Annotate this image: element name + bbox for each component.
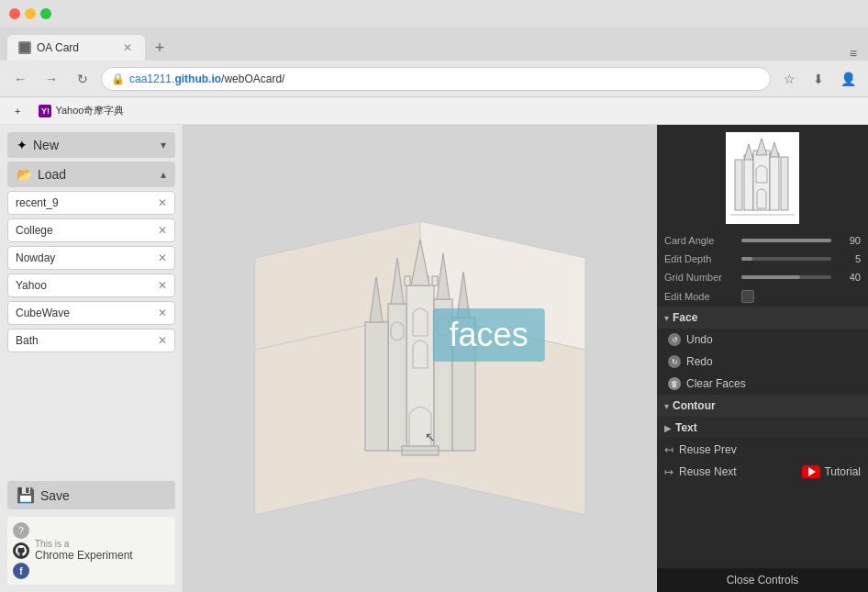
save-label: Save xyxy=(40,488,70,503)
help-icon[interactable]: ? xyxy=(13,522,29,539)
saved-item-name: Nowday xyxy=(16,251,154,264)
tab-options-icon[interactable]: ≡ xyxy=(850,46,857,61)
card-svg: ↖ xyxy=(246,166,595,552)
add-icon: + xyxy=(15,106,20,117)
text-section-title: Text xyxy=(675,421,697,434)
new-tab-btn[interactable]: + xyxy=(149,37,171,59)
reuse-next-row: ↦ Reuse Next Tutorial xyxy=(657,461,868,483)
svg-rect-29 xyxy=(735,160,742,210)
clear-faces-button[interactable]: 🗑 Clear Faces xyxy=(657,373,868,395)
saved-item-name: Yahoo xyxy=(16,279,154,292)
svg-marker-27 xyxy=(744,144,753,160)
redo-button[interactable]: ↻ Redo xyxy=(657,351,868,373)
face-section-title: Face xyxy=(673,311,697,324)
canvas-area[interactable]: ↖ faces xyxy=(184,125,657,592)
active-tab[interactable]: OA Card ✕ xyxy=(7,35,145,61)
text-triangle-icon: ▶ xyxy=(664,423,672,433)
url-domain: caa1211.github.io xyxy=(129,73,221,85)
remove-item-btn[interactable]: ✕ xyxy=(158,334,167,347)
github-icon[interactable] xyxy=(13,542,29,559)
reuse-prev-label: Reuse Prev xyxy=(679,443,737,456)
face-section-header[interactable]: ▾ Face xyxy=(657,307,868,329)
remove-item-btn[interactable]: ✕ xyxy=(158,307,167,319)
svg-marker-26 xyxy=(756,139,767,155)
load-button[interactable]: 📂 Load ▴ xyxy=(7,162,175,187)
redo-icon: ↻ xyxy=(668,355,681,368)
remove-item-btn[interactable]: ✕ xyxy=(158,224,167,237)
svg-rect-0 xyxy=(20,43,29,52)
reuse-prev-button[interactable]: ↤ Reuse Prev xyxy=(657,439,868,461)
address-bar[interactable]: 🔒 caa1211.github.io/webOAcard/ xyxy=(101,67,771,91)
list-item: Bath ✕ xyxy=(7,329,175,352)
svg-rect-8 xyxy=(452,318,475,451)
download-icon[interactable]: ⬇ xyxy=(806,66,831,92)
yahoo-favicon: Y! xyxy=(39,105,51,117)
add-bookmark-btn[interactable]: + xyxy=(7,104,28,118)
svg-text:↖: ↖ xyxy=(425,430,436,444)
account-icon[interactable]: 👤 xyxy=(835,66,861,92)
maximize-window-btn[interactable] xyxy=(40,8,51,19)
edit-mode-row: Edit Mode xyxy=(657,286,868,307)
facebook-icon[interactable]: f xyxy=(13,563,29,579)
list-item: Yahoo ✕ xyxy=(7,274,175,297)
tab-close-btn[interactable]: ✕ xyxy=(121,41,134,54)
chrome-experiment-title: Chrome Experiment xyxy=(35,549,133,562)
ce-social-icons: ? f xyxy=(13,522,29,579)
new-icon: ✦ xyxy=(17,138,28,152)
remove-item-btn[interactable]: ✕ xyxy=(158,279,167,292)
lock-icon: 🔒 xyxy=(111,73,124,85)
tab-favicon xyxy=(18,41,31,54)
edit-depth-label: Edit Depth xyxy=(664,253,738,264)
close-window-btn[interactable] xyxy=(9,8,20,19)
contour-section-title: Contour xyxy=(673,399,716,412)
remove-item-btn[interactable]: ✕ xyxy=(158,196,167,209)
svg-rect-30 xyxy=(781,157,788,210)
svg-rect-12 xyxy=(432,276,438,285)
edit-depth-row: Edit Depth 5 xyxy=(657,250,868,268)
contour-section-header[interactable]: ▾ Contour xyxy=(657,395,868,417)
forward-btn[interactable]: → xyxy=(39,66,64,92)
tab-bar: OA Card ✕ + ≡ xyxy=(0,28,868,61)
url-path: /webOAcard/ xyxy=(221,73,284,85)
close-controls-bar[interactable]: Close Controls xyxy=(657,568,868,592)
load-label: Load xyxy=(38,167,155,182)
saved-item-name: CubeWave xyxy=(16,307,154,319)
back-btn[interactable]: ← xyxy=(7,66,33,92)
edit-depth-slider[interactable] xyxy=(741,257,831,261)
edit-mode-checkbox[interactable] xyxy=(741,290,754,303)
bookmark-star-icon[interactable]: ☆ xyxy=(776,66,802,92)
svg-marker-28 xyxy=(770,142,779,157)
tab-title: OA Card xyxy=(37,41,79,54)
list-item: College ✕ xyxy=(7,218,175,242)
save-disk-icon: 💾 xyxy=(17,486,35,504)
tutorial-button[interactable]: Tutorial xyxy=(802,465,861,478)
reuse-prev-icon: ↤ xyxy=(664,443,673,456)
refresh-btn[interactable]: ↻ xyxy=(70,66,95,92)
edit-mode-label: Edit Mode xyxy=(664,291,738,302)
saved-item-name: recent_9 xyxy=(16,196,154,209)
text-section-header[interactable]: ▶ Text xyxy=(657,417,868,439)
minimize-window-btn[interactable] xyxy=(25,8,36,19)
grid-number-slider[interactable] xyxy=(741,275,831,279)
save-button[interactable]: 💾 Save xyxy=(7,481,175,509)
bookmark-yahoo-label: Yahoo奇摩字典 xyxy=(55,104,124,117)
list-item: recent_9 ✕ xyxy=(7,191,175,215)
toolbar: ← → ↻ 🔒 caa1211.github.io/webOAcard/ ☆ ⬇… xyxy=(0,61,868,97)
redo-label: Redo xyxy=(686,355,713,368)
card-angle-slider[interactable] xyxy=(741,239,831,242)
card-preview: ↖ xyxy=(246,166,595,552)
new-button[interactable]: ✦ New ▾ xyxy=(7,132,175,158)
new-arrow: ▾ xyxy=(161,139,166,151)
undo-button[interactable]: ↺ Undo xyxy=(657,329,868,351)
reuse-next-button[interactable]: ↦ Reuse Next xyxy=(664,465,737,478)
card-angle-label: Card Angle xyxy=(664,235,738,246)
new-label: New xyxy=(33,138,155,152)
this-is-a-label: This is a xyxy=(35,539,133,549)
list-item: Nowday ✕ xyxy=(7,246,175,270)
remove-item-btn[interactable]: ✕ xyxy=(158,251,167,264)
bookmark-yahoo[interactable]: Y! Yahoo奇摩字典 xyxy=(31,102,131,119)
face-triangle-icon: ▾ xyxy=(664,313,669,323)
url-text: caa1211.github.io/webOAcard/ xyxy=(129,73,284,85)
grid-number-value: 40 xyxy=(835,272,861,283)
title-bar xyxy=(0,0,868,28)
